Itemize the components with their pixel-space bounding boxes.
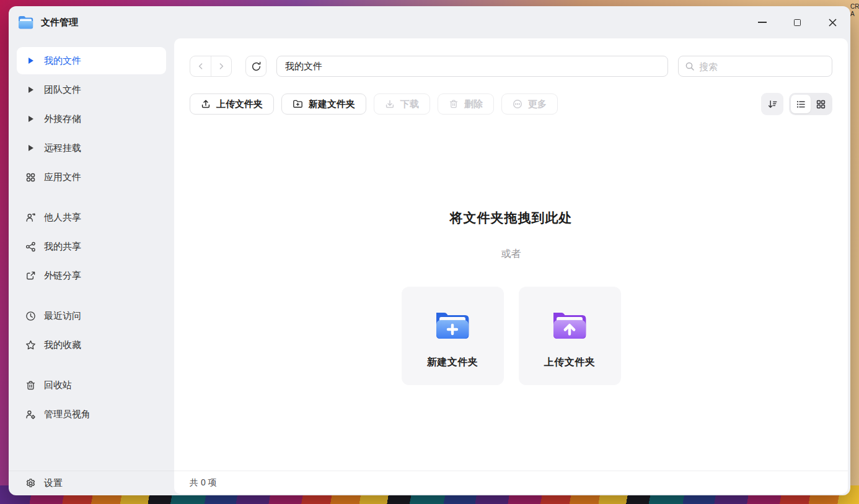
sidebar-group-admin: 回收站 管理员视角: [17, 371, 166, 428]
more-button[interactable]: 更多: [501, 93, 558, 115]
sidebar-item-favorites[interactable]: 我的收藏: [17, 331, 166, 358]
dropzone-title: 将文件夹拖拽到此处: [450, 209, 573, 227]
upload-icon: [201, 99, 211, 109]
main-panel: 上传文件夹 新建文件夹 下载: [174, 38, 848, 494]
app-title: 文件管理: [41, 17, 78, 28]
sidebar-item-team-files[interactable]: 团队文件: [17, 76, 166, 103]
empty-dropzone: 将文件夹拖拽到此处 或者: [174, 115, 848, 471]
sidebar-item-label: 远程挂载: [44, 142, 81, 154]
delete-button[interactable]: 删除: [438, 93, 494, 115]
more-label: 更多: [528, 98, 547, 110]
trash-icon: [25, 380, 36, 391]
sidebar-item-my-files[interactable]: 我的文件: [17, 47, 166, 74]
search-input[interactable]: [699, 61, 826, 72]
sidebar-item-label: 外接存储: [44, 113, 81, 125]
sidebar-item-recycle-bin[interactable]: 回收站: [17, 371, 166, 399]
sidebar-item-label: 我的共享: [44, 241, 81, 253]
triangle-expand-icon: [25, 56, 36, 66]
sidebar-item-shared-by-others[interactable]: 他人共享: [17, 204, 166, 231]
sidebar-group-share: 他人共享 我的共享 外链分享: [17, 204, 166, 289]
download-icon: [385, 99, 395, 109]
sidebar-item-settings[interactable]: 设置: [9, 471, 174, 495]
list-view-icon: [796, 99, 806, 110]
triangle-expand-icon: [25, 114, 36, 124]
sidebar-item-recent[interactable]: 最近访问: [17, 302, 166, 329]
triangle-expand-icon: [25, 85, 36, 95]
sidebar: 我的文件 团队文件 外接存储 远程挂载: [9, 38, 174, 495]
share-nodes-icon: [25, 241, 36, 252]
sidebar-item-external-storage[interactable]: 外接存储: [17, 105, 166, 133]
person-share-icon: [25, 212, 36, 223]
refresh-icon: [251, 61, 262, 72]
sort-button[interactable]: [761, 93, 783, 115]
chevron-left-icon: [196, 62, 205, 71]
sidebar-item-admin-view[interactable]: 管理员视角: [17, 401, 166, 428]
sidebar-item-label: 他人共享: [44, 212, 81, 224]
minimize-icon: [758, 22, 767, 23]
more-ellipsis-icon: [513, 99, 522, 109]
window-controls: [744, 6, 850, 38]
clock-icon: [25, 311, 36, 321]
sidebar-item-app-files[interactable]: 应用文件: [17, 163, 166, 191]
sidebar-item-my-shares[interactable]: 我的共享: [17, 233, 166, 260]
toolbar-row-actions: 上传文件夹 新建文件夹 下载: [190, 93, 832, 115]
dropzone-or-text: 或者: [501, 248, 521, 261]
folder-upload-icon: [549, 306, 590, 342]
delete-label: 删除: [464, 98, 483, 110]
refresh-button[interactable]: [245, 56, 267, 77]
search-icon: [685, 61, 695, 71]
view-toggle: [789, 93, 832, 115]
folder-plus-icon: [293, 99, 303, 109]
sidebar-item-label: 回收站: [44, 380, 72, 391]
download-button[interactable]: 下载: [374, 93, 430, 115]
sidebar-item-label: 外链分享: [44, 270, 81, 282]
external-link-share-icon: [25, 271, 36, 281]
admin-person-gear-icon: [25, 409, 36, 420]
titlebar: 文件管理: [9, 6, 850, 38]
sidebar-group-files: 我的文件 团队文件 外接存储 远程挂载: [17, 47, 166, 191]
sidebar-item-external-links[interactable]: 外链分享: [17, 262, 166, 289]
trash-icon: [449, 99, 459, 109]
minimize-button[interactable]: [744, 6, 780, 38]
sidebar-item-label: 我的收藏: [44, 339, 81, 351]
new-folder-button[interactable]: 新建文件夹: [281, 93, 366, 115]
maximize-icon: [794, 19, 801, 26]
sidebar-item-label: 我的文件: [44, 55, 81, 67]
status-bar: 共 0 项: [174, 471, 848, 494]
sidebar-item-label: 应用文件: [44, 172, 81, 183]
new-folder-card-label: 新建文件夹: [427, 356, 478, 369]
download-label: 下载: [400, 98, 419, 110]
forward-button[interactable]: [211, 56, 231, 76]
grid-view-button[interactable]: [811, 95, 830, 113]
app-folder-icon: [17, 15, 34, 30]
file-manager-window: 文件管理 我的文件 团队文件 外接存储: [9, 6, 850, 495]
maximize-button[interactable]: [780, 6, 815, 38]
new-folder-label: 新建文件夹: [309, 98, 355, 110]
sidebar-item-remote-mount[interactable]: 远程挂载: [17, 134, 166, 162]
sidebar-group-recent: 最近访问 我的收藏: [17, 302, 166, 358]
apps-grid-icon: [25, 172, 36, 183]
path-input[interactable]: [276, 56, 668, 77]
sidebar-item-label: 团队文件: [44, 84, 81, 96]
sidebar-item-label: 管理员视角: [44, 409, 90, 420]
upload-folder-label: 上传文件夹: [216, 98, 263, 110]
items-count: 共 0 项: [190, 477, 217, 489]
new-folder-card[interactable]: 新建文件夹: [402, 287, 504, 385]
upload-folder-button[interactable]: 上传文件夹: [190, 93, 274, 115]
history-nav: [190, 56, 232, 77]
back-button[interactable]: [190, 56, 211, 76]
search-box[interactable]: [678, 56, 832, 77]
desktop-clipped-text: CR A: [850, 3, 859, 18]
close-icon: [828, 18, 837, 27]
upload-folder-card[interactable]: 上传文件夹: [519, 287, 621, 385]
close-button[interactable]: [815, 6, 850, 38]
sidebar-item-label: 最近访问: [44, 310, 81, 322]
star-icon: [25, 340, 36, 350]
sort-descending-icon: [767, 99, 778, 110]
grid-view-icon: [816, 99, 826, 110]
upload-folder-card-label: 上传文件夹: [544, 356, 596, 369]
settings-label: 设置: [44, 477, 63, 489]
toolbar: 上传文件夹 新建文件夹 下载: [174, 38, 848, 115]
list-view-button[interactable]: [791, 95, 811, 113]
triangle-expand-icon: [25, 143, 36, 154]
